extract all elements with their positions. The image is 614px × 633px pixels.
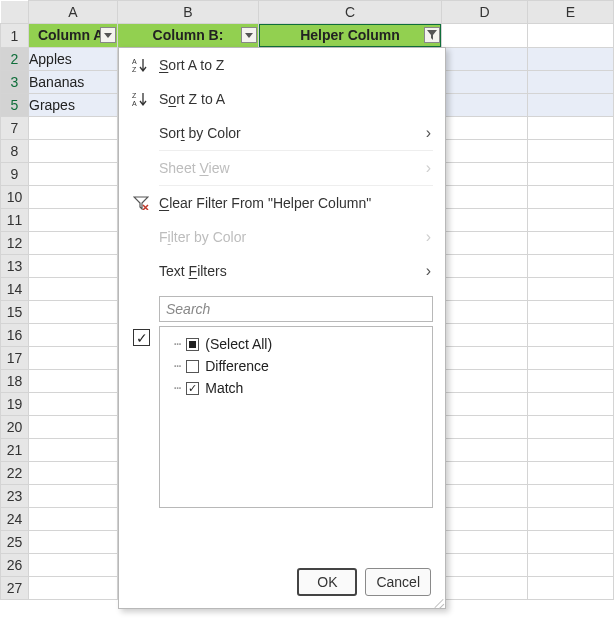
header-cell-B[interactable]: Column B: <box>118 24 258 47</box>
row-header[interactable]: 25 <box>1 531 29 554</box>
cell[interactable] <box>528 485 614 508</box>
cell[interactable] <box>528 508 614 531</box>
cell-A3[interactable]: Bananas <box>29 71 118 94</box>
resize-handle[interactable] <box>433 596 443 606</box>
cell[interactable] <box>29 117 118 140</box>
cancel-button[interactable]: Cancel <box>365 568 431 596</box>
cell[interactable] <box>29 347 118 370</box>
cell[interactable] <box>442 531 528 554</box>
cell[interactable] <box>528 462 614 485</box>
cell[interactable] <box>29 531 118 554</box>
cell[interactable] <box>528 393 614 416</box>
cell[interactable] <box>29 577 118 600</box>
cell[interactable] <box>442 347 528 370</box>
cell[interactable] <box>442 24 528 48</box>
cell[interactable] <box>442 370 528 393</box>
cell[interactable] <box>528 577 614 600</box>
cell[interactable] <box>528 232 614 255</box>
cell[interactable] <box>29 508 118 531</box>
row-header[interactable]: 8 <box>1 140 29 163</box>
cell[interactable] <box>528 71 614 94</box>
select-all-corner[interactable] <box>1 1 29 24</box>
cell[interactable] <box>442 301 528 324</box>
cell[interactable] <box>442 324 528 347</box>
row-header[interactable]: 20 <box>1 416 29 439</box>
cell[interactable] <box>442 462 528 485</box>
cell[interactable] <box>29 140 118 163</box>
row-header[interactable]: 17 <box>1 347 29 370</box>
cell[interactable] <box>528 117 614 140</box>
cell[interactable] <box>528 347 614 370</box>
cell[interactable] <box>29 462 118 485</box>
cell[interactable] <box>29 209 118 232</box>
filter-value-difference[interactable]: ⋯ Difference <box>168 355 424 377</box>
cell[interactable] <box>29 485 118 508</box>
cell[interactable] <box>528 370 614 393</box>
cell[interactable] <box>29 232 118 255</box>
col-header-B[interactable]: B <box>118 1 259 24</box>
col-header-E[interactable]: E <box>528 1 614 24</box>
sort-az-item[interactable]: AZ SSort A to Zort A to Z <box>119 48 445 82</box>
cell[interactable] <box>528 439 614 462</box>
filter-button-A[interactable] <box>100 27 116 43</box>
ok-button[interactable]: OK <box>297 568 357 596</box>
cell[interactable] <box>29 163 118 186</box>
cell[interactable] <box>442 416 528 439</box>
cell[interactable] <box>528 209 614 232</box>
cell[interactable] <box>528 140 614 163</box>
cell[interactable] <box>442 186 528 209</box>
row-header[interactable]: 14 <box>1 278 29 301</box>
cell[interactable] <box>442 163 528 186</box>
cell[interactable] <box>29 324 118 347</box>
row-header[interactable]: 22 <box>1 462 29 485</box>
cell[interactable] <box>528 163 614 186</box>
row-header[interactable]: 19 <box>1 393 29 416</box>
cell[interactable] <box>442 508 528 531</box>
row-header[interactable]: 12 <box>1 232 29 255</box>
filter-search-input[interactable]: Search <box>159 296 433 322</box>
cell[interactable] <box>442 71 528 94</box>
row-header[interactable]: 26 <box>1 554 29 577</box>
row-header[interactable]: 21 <box>1 439 29 462</box>
cell[interactable] <box>442 278 528 301</box>
cell[interactable] <box>442 48 528 71</box>
filter-value-match[interactable]: ⋯ Match <box>168 377 424 399</box>
cell[interactable] <box>528 301 614 324</box>
cell[interactable] <box>528 186 614 209</box>
cell[interactable] <box>442 209 528 232</box>
cell[interactable] <box>528 278 614 301</box>
col-header-D[interactable]: D <box>442 1 528 24</box>
col-header-A[interactable]: A <box>29 1 118 24</box>
cell-A5[interactable]: Grapes <box>29 94 118 117</box>
row-header[interactable]: 10 <box>1 186 29 209</box>
row-header[interactable]: 15 <box>1 301 29 324</box>
col-header-C[interactable]: C <box>259 1 442 24</box>
cell[interactable] <box>442 255 528 278</box>
cell[interactable] <box>29 416 118 439</box>
row-header[interactable]: 18 <box>1 370 29 393</box>
toggle-all-checkbox[interactable] <box>133 329 150 346</box>
row-header[interactable]: 27 <box>1 577 29 600</box>
cell[interactable] <box>528 48 614 71</box>
row-header[interactable]: 16 <box>1 324 29 347</box>
cell[interactable] <box>528 554 614 577</box>
row-header[interactable]: 2 <box>1 48 29 71</box>
sort-za-item[interactable]: ZA Sort Z to A <box>119 82 445 116</box>
sort-by-color-item[interactable]: Sort by Color › <box>119 116 445 150</box>
cell[interactable] <box>442 554 528 577</box>
cell[interactable] <box>528 416 614 439</box>
cell[interactable] <box>528 255 614 278</box>
row-header[interactable]: 23 <box>1 485 29 508</box>
row-header[interactable]: 5 <box>1 94 29 117</box>
row-header[interactable]: 13 <box>1 255 29 278</box>
cell[interactable] <box>528 324 614 347</box>
cell[interactable] <box>442 140 528 163</box>
cell[interactable] <box>29 370 118 393</box>
cell[interactable] <box>29 554 118 577</box>
row-header[interactable]: 24 <box>1 508 29 531</box>
filter-button-C-active[interactable] <box>424 27 440 43</box>
cell[interactable] <box>442 94 528 117</box>
cell[interactable] <box>528 24 614 48</box>
row-header[interactable]: 1 <box>1 24 29 48</box>
cell[interactable] <box>29 393 118 416</box>
